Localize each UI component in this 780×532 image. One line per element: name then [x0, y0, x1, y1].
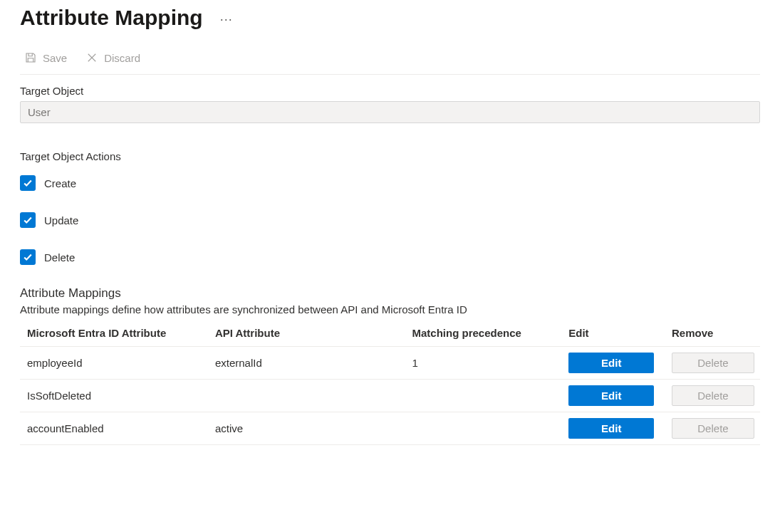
checkbox-row-update: Update [20, 212, 760, 228]
target-object-actions-list: Create Update Delete [20, 175, 760, 265]
cell-matching [405, 412, 561, 445]
page-title: Attribute Mapping [20, 6, 203, 30]
save-label: Save [43, 52, 67, 64]
checkbox-update[interactable] [20, 212, 36, 228]
table-row: accountEnabled active Edit Delete [20, 412, 760, 445]
edit-button[interactable]: Edit [568, 353, 654, 373]
save-icon [24, 51, 37, 64]
save-button[interactable]: Save [20, 48, 71, 67]
target-object-input[interactable] [20, 101, 760, 123]
toolbar: Save Discard [20, 48, 760, 75]
checkmark-icon [23, 215, 33, 225]
cell-api [208, 380, 405, 412]
checkbox-label-delete: Delete [44, 251, 75, 264]
delete-button[interactable]: Delete [672, 418, 754, 439]
checkbox-row-delete: Delete [20, 249, 760, 265]
page-header: Attribute Mapping ··· [20, 6, 760, 30]
checkmark-icon [23, 178, 33, 188]
cell-api: externalId [208, 347, 405, 380]
cell-matching: 1 [405, 347, 561, 380]
checkbox-create[interactable] [20, 175, 36, 191]
attribute-mappings-desc: Attribute mappings define how attributes… [20, 303, 760, 315]
table-row: IsSoftDeleted Edit Delete [20, 380, 760, 412]
discard-button[interactable]: Discard [81, 48, 145, 67]
table-row: employeeId externalId 1 Edit Delete [20, 347, 760, 380]
checkbox-row-create: Create [20, 175, 760, 191]
attribute-mappings-table: Microsoft Entra ID Attribute API Attribu… [20, 320, 760, 445]
edit-button[interactable]: Edit [568, 385, 654, 406]
cell-matching [405, 380, 561, 412]
cell-entra: employeeId [20, 347, 208, 380]
discard-icon [85, 51, 98, 64]
checkbox-label-create: Create [44, 177, 76, 189]
target-object-actions-label: Target Object Actions [20, 150, 760, 162]
column-header-entra: Microsoft Entra ID Attribute [20, 320, 208, 347]
delete-button[interactable]: Delete [672, 385, 754, 406]
checkbox-delete[interactable] [20, 249, 36, 265]
discard-label: Discard [104, 52, 140, 64]
delete-button[interactable]: Delete [672, 353, 754, 373]
more-icon[interactable]: ··· [220, 12, 233, 27]
checkmark-icon [23, 252, 33, 262]
column-header-remove: Remove [665, 320, 760, 347]
cell-entra: accountEnabled [20, 412, 208, 445]
edit-button[interactable]: Edit [568, 418, 654, 439]
column-header-api: API Attribute [208, 320, 405, 347]
checkbox-label-update: Update [44, 214, 78, 226]
cell-api: active [208, 412, 405, 445]
column-header-edit: Edit [561, 320, 665, 347]
column-header-matching: Matching precedence [405, 320, 561, 347]
attribute-mappings-title: Attribute Mappings [20, 286, 760, 301]
target-object-label: Target Object [20, 85, 760, 97]
cell-entra: IsSoftDeleted [20, 380, 208, 412]
